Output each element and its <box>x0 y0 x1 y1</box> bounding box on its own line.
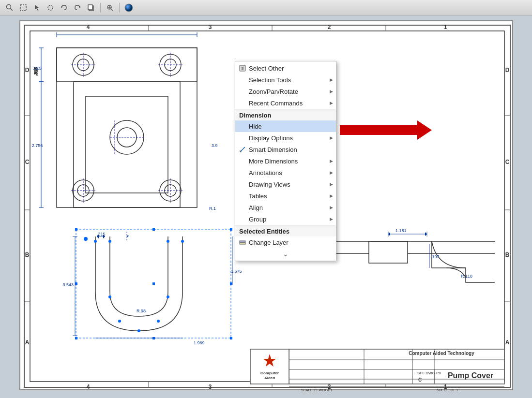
canvas-area: 4 3 2 1 4 3 2 1 D C B A D C B A <box>0 15 532 398</box>
menu-item-select-other[interactable]: S Select Other <box>235 62 336 74</box>
toolbar-separator-2 <box>119 3 120 13</box>
redo-icon[interactable] <box>72 2 83 14</box>
svg-marker-117 <box>340 120 432 140</box>
copy-icon[interactable] <box>85 2 97 14</box>
change-layer-icon <box>238 238 247 247</box>
context-menu: S Select Other Selection Tools Zoom/Pan/… <box>235 61 336 261</box>
menu-item-group-label: Group <box>249 216 266 223</box>
box-select-icon[interactable] <box>17 2 29 14</box>
menu-section-selected-entities-label: Selected Entities <box>239 228 289 235</box>
svg-text:2.756: 2.756 <box>32 143 43 148</box>
menu-section-selected-entities: Selected Entities <box>235 225 336 236</box>
menu-item-annotations-label: Annotations <box>249 169 282 177</box>
svg-text:1.181: 1.181 <box>395 228 407 233</box>
svg-text:3: 3 <box>209 24 212 30</box>
svg-text:A: A <box>505 339 510 346</box>
svg-rect-46 <box>86 96 168 193</box>
svg-line-152 <box>240 147 245 152</box>
svg-rect-85 <box>75 282 77 285</box>
svg-text:R.118: R.118 <box>461 274 472 279</box>
menu-item-drawing-views-label: Drawing Views <box>249 181 290 188</box>
menu-item-display-options[interactable]: Display Options <box>235 132 336 144</box>
menu-item-hide[interactable]: Hide <box>235 120 336 132</box>
lasso-icon[interactable] <box>45 2 56 14</box>
svg-text:Computer Aided Technology: Computer Aided Technology <box>409 351 474 356</box>
menu-item-more-dimensions[interactable]: More Dimensions <box>235 155 336 167</box>
svg-text:D: D <box>25 67 30 74</box>
menu-item-recent-commands-label: Recent Commands <box>249 100 303 107</box>
svg-text:.315: .315 <box>33 66 42 71</box>
svg-point-92 <box>94 240 97 243</box>
svg-text:2: 2 <box>328 24 331 30</box>
svg-text:4: 4 <box>87 383 90 390</box>
menu-item-zoom-pan-label: Zoom/Pan/Rotate <box>249 88 298 95</box>
menu-item-more[interactable]: ⌄ <box>235 248 336 260</box>
sphere-icon[interactable] <box>123 2 135 14</box>
svg-point-12 <box>125 4 133 12</box>
menu-item-tables[interactable]: Tables <box>235 190 336 202</box>
svg-rect-156 <box>240 243 245 244</box>
svg-rect-86 <box>152 282 155 285</box>
svg-text:1.969: 1.969 <box>194 340 205 345</box>
svg-text:B: B <box>505 251 510 258</box>
svg-text:SFF DWG P0: SFF DWG P0 <box>417 371 441 375</box>
menu-item-select-other-label: Select Other <box>249 65 284 72</box>
svg-text:Computer: Computer <box>260 371 279 375</box>
svg-text:.197: .197 <box>431 254 440 259</box>
toolbar <box>0 0 532 15</box>
menu-section-dimension: Dimension <box>235 109 336 120</box>
menu-item-smart-dimension[interactable]: Smart Dimension <box>235 144 336 155</box>
menu-item-drawing-views[interactable]: Drawing Views <box>235 178 336 190</box>
svg-text:C: C <box>418 377 422 383</box>
menu-item-group[interactable]: Group <box>235 213 336 225</box>
svg-point-0 <box>7 4 11 9</box>
svg-rect-83 <box>152 228 155 231</box>
svg-text:S: S <box>241 66 243 71</box>
menu-item-hide-label: Hide <box>249 123 262 130</box>
svg-text:3.9: 3.9 <box>212 143 218 148</box>
svg-rect-2 <box>20 5 26 11</box>
svg-line-9 <box>111 9 113 11</box>
svg-rect-155 <box>240 241 245 242</box>
svg-marker-125 <box>388 232 390 236</box>
svg-point-93 <box>181 240 184 243</box>
svg-rect-87 <box>230 282 232 285</box>
svg-rect-82 <box>75 228 77 231</box>
menu-item-change-layer-label: Change Layer <box>249 239 289 246</box>
svg-line-1 <box>11 8 13 11</box>
menu-item-align[interactable]: Align <box>235 202 336 213</box>
svg-rect-90 <box>230 337 232 339</box>
svg-point-3 <box>48 5 53 10</box>
svg-marker-126 <box>425 232 427 236</box>
cursor-icon[interactable] <box>31 2 43 14</box>
svg-rect-7 <box>88 5 92 10</box>
svg-text:3: 3 <box>209 383 212 390</box>
svg-text:4: 4 <box>87 24 90 30</box>
menu-item-align-label: Align <box>249 204 263 211</box>
menu-item-selection-tools[interactable]: Selection Tools <box>235 74 336 86</box>
svg-text:R.1: R.1 <box>209 206 216 211</box>
menu-item-selection-tools-label: Selection Tools <box>249 76 291 84</box>
menu-item-smart-dimension-label: Smart Dimension <box>249 146 297 153</box>
svg-rect-89 <box>152 337 155 339</box>
svg-rect-84 <box>230 228 232 231</box>
svg-point-91 <box>84 237 88 241</box>
svg-text:C: C <box>25 159 30 165</box>
menu-section-dimension-label: Dimension <box>239 112 271 119</box>
menu-item-annotations[interactable]: Annotations <box>235 167 336 178</box>
svg-text:Pump Cover: Pump Cover <box>448 371 493 380</box>
svg-text:D: D <box>505 67 510 74</box>
zoom-icon[interactable] <box>104 2 116 14</box>
menu-item-recent-commands[interactable]: Recent Commands <box>235 97 336 109</box>
menu-item-change-layer[interactable]: Change Layer <box>235 236 336 248</box>
svg-text:R.98: R.98 <box>137 309 146 313</box>
svg-point-100 <box>118 320 121 323</box>
svg-point-94 <box>108 240 111 243</box>
magnify-icon[interactable] <box>4 2 15 14</box>
menu-item-zoom-pan[interactable]: Zoom/Pan/Rotate <box>235 86 336 97</box>
more-items-chevron: ⌄ <box>283 250 289 258</box>
svg-point-95 <box>167 240 169 243</box>
toolbar-separator-1 <box>100 3 101 13</box>
svg-text:SHEET 1OF 1: SHEET 1OF 1 <box>437 388 458 391</box>
undo-icon[interactable] <box>58 2 70 14</box>
